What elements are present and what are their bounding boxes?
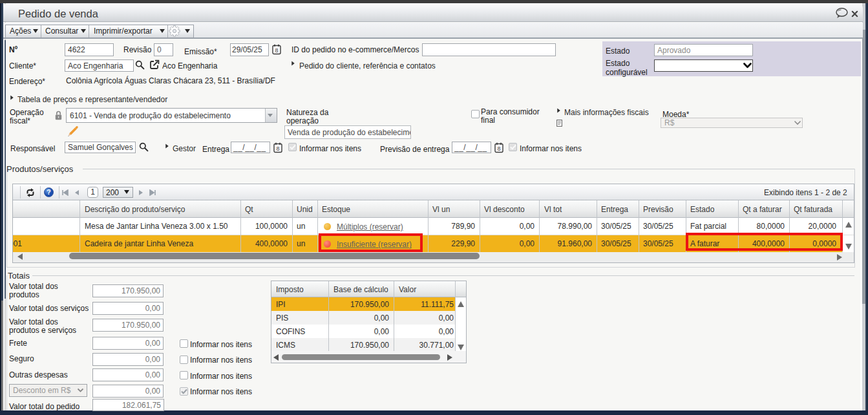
svg-text:?: ? (47, 188, 50, 196)
svg-text:8: 8 (275, 47, 278, 54)
svg-text:8: 8 (497, 145, 500, 152)
svg-text:8: 8 (276, 145, 279, 152)
